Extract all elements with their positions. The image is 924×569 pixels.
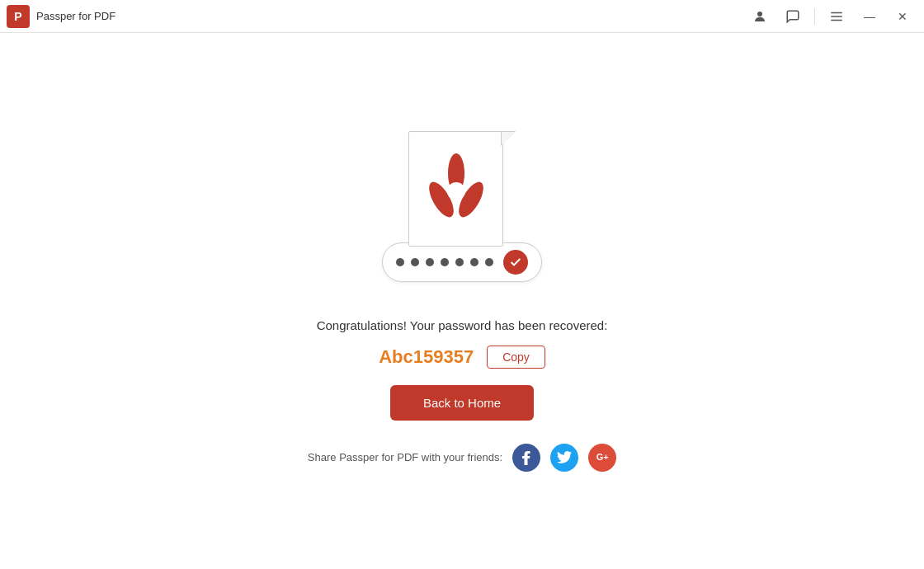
check-circle-icon xyxy=(503,250,528,275)
facebook-share-button[interactable] xyxy=(512,444,540,472)
dot-3 xyxy=(426,258,434,266)
password-row: Abc159357 Copy xyxy=(379,346,545,369)
app-title: Passper for PDF xyxy=(36,10,116,22)
app-logo: P xyxy=(7,5,30,28)
dot-6 xyxy=(470,258,478,266)
dot-2 xyxy=(411,258,419,266)
titlebar-separator xyxy=(814,8,815,25)
share-text: Share Passper for PDF with your friends: xyxy=(308,451,502,463)
dot-4 xyxy=(441,258,449,266)
back-to-home-button[interactable]: Back to Home xyxy=(390,385,534,421)
menu-icon[interactable] xyxy=(822,2,851,31)
pdf-doc-fold-inner xyxy=(502,132,515,145)
account-icon[interactable] xyxy=(745,2,775,31)
dot-1 xyxy=(396,258,404,266)
pdf-document-icon xyxy=(408,131,516,251)
dot-5 xyxy=(455,258,464,266)
pdf-illustration xyxy=(382,131,542,282)
acrobat-svg-icon xyxy=(418,146,494,228)
svg-point-7 xyxy=(447,182,465,200)
recovered-password: Abc159357 xyxy=(379,346,474,368)
copy-button[interactable]: Copy xyxy=(487,346,545,369)
titlebar-controls: — ✕ xyxy=(745,2,917,31)
titlebar: P Passper for PDF — ✕ xyxy=(0,0,924,33)
dot-7 xyxy=(485,258,493,266)
svg-point-0 xyxy=(757,12,762,16)
main-content: Congratulations! Your password has been … xyxy=(0,33,924,569)
congrats-message: Congratulations! Your password has been … xyxy=(317,318,608,332)
minimize-icon[interactable]: — xyxy=(855,2,884,31)
chat-icon[interactable] xyxy=(778,2,808,31)
twitter-share-button[interactable] xyxy=(550,444,578,472)
googleplus-share-button[interactable]: G+ xyxy=(588,444,616,472)
titlebar-left: P Passper for PDF xyxy=(7,5,116,28)
share-row: Share Passper for PDF with your friends:… xyxy=(308,444,616,472)
close-icon[interactable]: ✕ xyxy=(888,2,917,31)
